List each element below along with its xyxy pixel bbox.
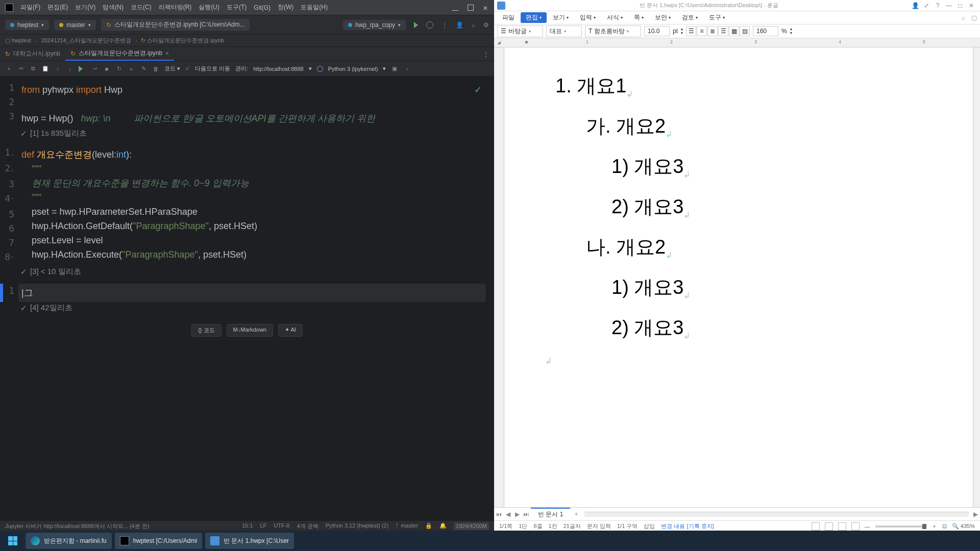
tab-next-icon[interactable]: ▶ <box>512 511 522 518</box>
align-dist-icon[interactable]: ▦ <box>729 26 739 36</box>
account-icon[interactable]: 👤 <box>456 21 463 29</box>
bc-file[interactable]: ↻ 스타일개요문단수준변경.ipynb <box>141 37 224 44</box>
wmenu-edit[interactable]: 편집▾ <box>521 12 547 23</box>
runall-icon[interactable]: » <box>128 66 135 72</box>
status-enc[interactable]: UTF-8 <box>274 522 289 530</box>
close-icon[interactable]: ✕ <box>483 5 489 11</box>
closewin-icon[interactable]: ✕ <box>966 2 977 9</box>
view-normal-icon[interactable] <box>812 522 820 531</box>
down-icon[interactable]: ↓ <box>66 66 74 72</box>
size-combo[interactable]: 10.0 <box>644 26 670 36</box>
wmenu-input[interactable]: 입력▾ <box>575 12 601 23</box>
font-combo[interactable]: T함초롬바탕▾ <box>585 26 641 37</box>
st-page[interactable]: 1/1쪽 <box>499 522 512 530</box>
bell-icon[interactable]: 🔔 <box>439 522 447 530</box>
instance-combo[interactable]: 대표▾ <box>546 26 582 37</box>
minimize-icon[interactable] <box>452 5 458 11</box>
copy-icon[interactable]: ⧉ <box>30 65 37 72</box>
start-button[interactable] <box>3 533 22 549</box>
view-outline-icon[interactable] <box>825 522 833 531</box>
open-file-indicator[interactable]: ↻ 스타일개요문단수준변경.ipynb [C:\Users\Adm... <box>101 19 250 31</box>
tab-close-icon[interactable]: × <box>165 50 169 57</box>
runcell-icon[interactable] <box>79 66 86 72</box>
project-selector[interactable]: hwptest▾ <box>5 20 49 30</box>
outline-line[interactable]: 나. 개요2↲ <box>586 234 942 260</box>
add-code-chip[interactable]: {} 코드 <box>191 324 221 337</box>
outline-line[interactable]: 가. 개요2↲ <box>586 113 942 139</box>
menu-tools[interactable]: 도구(T) <box>227 3 247 12</box>
outline-line[interactable]: 1) 개요3↲ <box>611 274 942 300</box>
wmenu-view[interactable]: 보기▾ <box>548 12 574 23</box>
bc-folder[interactable]: 20241214_스타일개요문단수준변경 <box>41 37 131 44</box>
up-icon[interactable]: ↑ <box>54 66 61 72</box>
add-doc-icon[interactable]: ＋ <box>570 510 582 518</box>
wmenu-page[interactable]: 쪽▾ <box>629 12 649 23</box>
menu-view[interactable]: 보기(V) <box>75 3 95 12</box>
menu-file[interactable]: 파일(F) <box>20 3 40 12</box>
view-page-icon[interactable] <box>838 522 846 531</box>
celltype-selector[interactable]: 코드 ▾ <box>164 65 180 72</box>
runstep-icon[interactable]: ⤻ <box>91 65 98 72</box>
tab-menu-icon[interactable]: ⋮ <box>483 51 494 58</box>
more-icon[interactable]: ⋮ <box>442 21 448 29</box>
login-icon[interactable]: 👤 <box>910 2 921 9</box>
menu-window[interactable]: 창(W) <box>278 3 293 12</box>
tab-doc2[interactable]: ↻스타일개요문단수준변경.ipynb× <box>65 47 174 61</box>
tab-prev-icon[interactable]: ◀ <box>503 511 512 518</box>
tab-doc1[interactable]: ↻대학교서식.ipynb <box>0 47 65 60</box>
restart-icon[interactable]: ↻ <box>115 65 122 72</box>
nextcell-label[interactable]: 다음으로 이동 <box>195 65 230 72</box>
cut-icon[interactable]: ✂ <box>17 65 24 72</box>
wmenu-file[interactable]: 파일 <box>497 12 520 23</box>
status-branch[interactable]: ᚶ master <box>396 522 418 530</box>
code-cell-1[interactable]: 123 ✓ from pyhwpx import Hwp hwp = Hwp()… <box>0 77 494 128</box>
clear-icon[interactable]: ✎ <box>140 65 147 72</box>
help-icon[interactable]: ? <box>932 2 943 9</box>
code-cell-2[interactable]: 1⌄2⌄34⌃5678⌃ def 개요수준변경(level:int): """ … <box>0 141 494 266</box>
wmenu-security[interactable]: 보안▾ <box>650 12 676 23</box>
zoom-combo[interactable]: 160 <box>753 26 778 36</box>
wsearch-icon[interactable]: ⌕ <box>962 14 965 21</box>
status-lf[interactable]: LF <box>260 522 266 530</box>
outline-line[interactable]: 2) 개요3↲ <box>611 194 942 220</box>
task-hwp[interactable]: 빈 문서 1.hwpx [C:\User <box>205 533 294 549</box>
outline-line[interactable]: 2) 개요3↲ <box>611 315 942 341</box>
menu-git[interactable]: Git(G) <box>254 4 271 11</box>
align-center-icon[interactable]: ≣ <box>707 26 718 36</box>
zoom-stepper[interactable]: ▴▾ <box>790 27 792 35</box>
menu-navigate[interactable]: 탐색(N) <box>103 3 124 12</box>
status-mem[interactable]: 1924/4200M <box>454 522 489 530</box>
menu-help[interactable]: 도움말(H) <box>301 3 328 12</box>
outline-line[interactable]: 1) 개요3↲ <box>611 154 942 180</box>
task-edge[interactable]: 받은편지함 - martinii.fu <box>26 533 112 549</box>
gear-icon[interactable]: ⚙ <box>483 21 489 29</box>
menu-code[interactable]: 코드(C) <box>131 3 152 12</box>
lock-icon[interactable]: 🔒 <box>425 522 432 530</box>
task-ide[interactable]: hwptest [C:/Users/Admi <box>115 533 202 549</box>
vscrollbar[interactable] <box>973 47 980 507</box>
st-ins[interactable]: 삽입 <box>644 522 655 530</box>
menu-refactor[interactable]: 리팩터링(R) <box>159 3 192 12</box>
run-icon[interactable] <box>414 22 418 28</box>
zoom-out-icon[interactable]: — <box>865 523 870 530</box>
doctab-1[interactable]: 빈 문서 1 <box>531 508 570 520</box>
status-python[interactable]: Python 3.12 (hwptest) (2) <box>326 522 389 530</box>
vruler[interactable] <box>494 47 504 507</box>
wmenu-tools[interactable]: 도구▾ <box>704 12 730 23</box>
code-cell-3[interactable]: 1 |그 <box>0 280 494 302</box>
add-ai-chip[interactable]: ✦ AI <box>278 324 303 337</box>
zoom-in-icon[interactable]: ＋ <box>932 522 937 530</box>
document-page[interactable]: 1. 개요1↲가. 개요2↲1) 개요3↲2) 개요3↲나. 개요2↲1) 개요… <box>504 47 973 507</box>
align-none-icon[interactable]: ▤ <box>740 26 750 36</box>
max-icon[interactable]: □ <box>954 2 966 9</box>
delete-icon[interactable]: 🗑 <box>152 66 159 72</box>
stop-icon[interactable]: ■ <box>103 66 110 72</box>
wmenu-review[interactable]: 검토▾ <box>677 12 703 23</box>
view-grid-icon[interactable] <box>851 522 860 531</box>
align-right-icon[interactable]: ☰ <box>718 26 728 36</box>
hscrollbar[interactable] <box>584 512 969 517</box>
debug-icon[interactable] <box>426 21 433 29</box>
layout-icon[interactable]: ▣ <box>391 65 398 72</box>
menu-edit[interactable]: 편집(E) <box>47 3 68 12</box>
wopts-icon[interactable]: ▢ <box>971 14 977 21</box>
